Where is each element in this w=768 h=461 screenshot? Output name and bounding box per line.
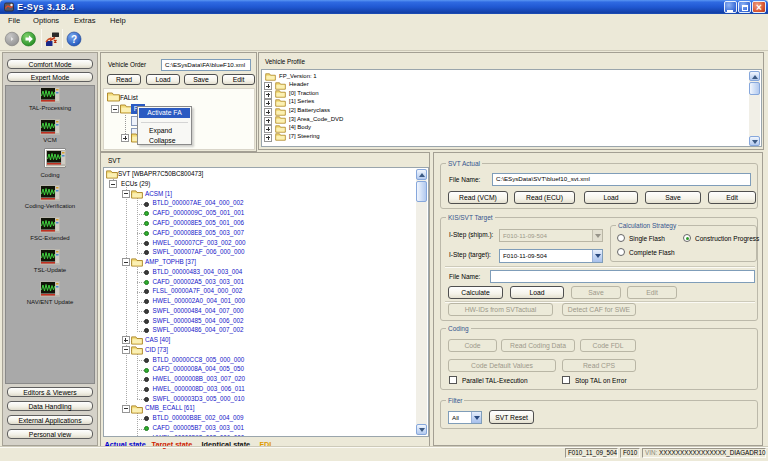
svg-text:?: ?: [71, 34, 77, 45]
